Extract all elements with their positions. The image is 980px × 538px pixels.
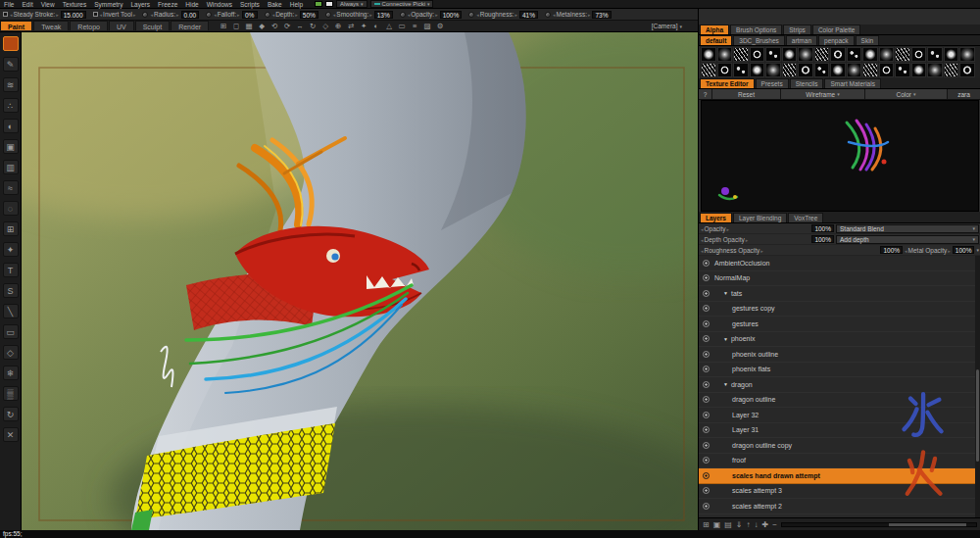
mode-tab-sculpt[interactable]: Sculpt	[135, 21, 170, 30]
gradient-tool[interactable]: ▥	[3, 160, 19, 174]
dial-icon[interactable]	[400, 12, 406, 18]
brush-set-tab-artman[interactable]: artman	[786, 35, 817, 45]
delete-layer-icon[interactable]: −	[772, 518, 777, 531]
mirror-icon[interactable]: ⇄	[346, 21, 356, 32]
param-value[interactable]: 15.000	[61, 11, 86, 19]
menu-item-layers[interactable]: Layers	[127, 0, 155, 9]
symmetry-icon[interactable]: ⊞	[219, 21, 228, 32]
param-metalness[interactable]: Metalness:73%	[545, 11, 611, 19]
brush-alpha-tile[interactable]	[895, 63, 910, 77]
brush-alpha-tile[interactable]	[944, 47, 959, 62]
wireframe-dropdown[interactable]: Wireframe ▾	[781, 89, 865, 99]
brush-alpha-tile[interactable]	[798, 47, 813, 62]
picker-dropdown[interactable]: Connective Picki ▾	[370, 0, 434, 8]
brush-set-tab-skin[interactable]: Skin	[856, 35, 880, 45]
checkbox-icon[interactable]	[3, 12, 8, 17]
param-invert-tool[interactable]: Invert Tool	[93, 11, 136, 18]
rotate-icon[interactable]: ↻	[308, 21, 318, 32]
dial-icon[interactable]	[142, 12, 148, 18]
layer-row-gestures-copy[interactable]: gestures copy	[699, 302, 976, 318]
param-value[interactable]: 13%	[374, 11, 393, 19]
dial-icon[interactable]	[468, 12, 474, 18]
mode-tab-tweak[interactable]: Tweak	[33, 21, 69, 30]
texture-tab-presets[interactable]: Presets	[756, 78, 789, 88]
perspective-icon[interactable]: △	[384, 21, 394, 32]
panel-tab-alpha[interactable]: Alpha	[700, 24, 729, 34]
brush-alpha-tile[interactable]	[733, 63, 749, 77]
visibility-eye-icon[interactable]	[703, 305, 710, 312]
layer-row-dragon-outline[interactable]: dragon outline	[699, 393, 976, 409]
brush-alpha-tile[interactable]	[862, 63, 878, 77]
brush-alpha-tile[interactable]	[765, 63, 781, 77]
param-roughness[interactable]: Roughness:41%	[468, 11, 538, 19]
visibility-eye-icon[interactable]	[703, 442, 710, 449]
brush-alpha-tile[interactable]	[830, 63, 846, 77]
roughness-opacity-value[interactable]: 100%	[880, 246, 903, 254]
folder-collapse-icon[interactable]: ▼	[723, 290, 728, 296]
merge-down-icon[interactable]: ⇓	[736, 518, 743, 531]
brush-alpha-tile[interactable]	[944, 63, 959, 77]
mode-tab-render[interactable]: Render	[171, 21, 209, 30]
menu-item-scripts[interactable]: Scripts	[236, 0, 264, 9]
ruler-icon[interactable]: ≡	[410, 21, 419, 32]
visibility-eye-icon[interactable]	[703, 381, 710, 388]
always-dropdown[interactable]: Always ▾	[336, 0, 368, 8]
brush-set-tab-3dc-brushes[interactable]: 3DC_Brushes	[733, 35, 784, 45]
visibility-eye-icon[interactable]	[703, 426, 710, 433]
param-opacity[interactable]: Opacity:100%	[400, 11, 463, 19]
layer-tab-layers[interactable]: Layers	[700, 213, 732, 222]
add-icon[interactable]: ✚	[762, 518, 769, 531]
stamp-tool[interactable]: ✦	[3, 242, 19, 257]
brush-tool[interactable]: ✎	[3, 57, 19, 72]
blur-tool[interactable]: ◌	[3, 201, 19, 216]
menu-item-freeze[interactable]: Freeze	[154, 0, 181, 9]
layer-row-layer-32[interactable]: Layer 32	[699, 408, 976, 423]
param-falloff[interactable]: Falloff:0%	[206, 11, 257, 19]
duplicate-layer-icon[interactable]: ▣	[713, 518, 721, 531]
mode-tab-paint[interactable]: Paint	[0, 21, 32, 30]
reset-button[interactable]: Reset	[712, 89, 781, 99]
layer-row-layer-31[interactable]: Layer 31	[699, 423, 976, 439]
visibility-eye-icon[interactable]	[703, 412, 710, 418]
texture-editor-view[interactable]	[701, 100, 979, 212]
menu-item-help[interactable]: Help	[286, 0, 307, 9]
dial-icon[interactable]	[206, 12, 212, 18]
brush-alpha-tile[interactable]	[750, 63, 765, 77]
panel-tab-brush-options[interactable]: Brush Options	[730, 24, 782, 34]
background-icon[interactable]: ▨	[422, 21, 432, 32]
param-value[interactable]: 100%	[440, 11, 463, 19]
eraser-tool[interactable]: ✕	[3, 427, 19, 442]
dial-icon[interactable]	[325, 12, 331, 18]
visibility-eye-icon[interactable]	[703, 320, 710, 327]
param-depth[interactable]: Depth:50%	[265, 11, 318, 19]
brush-set-tab-default[interactable]: default	[700, 35, 732, 45]
brush-alpha-tile[interactable]	[782, 47, 798, 62]
brush-alpha-tile[interactable]	[895, 47, 910, 62]
text-tool[interactable]: T	[3, 263, 19, 277]
curve-tool[interactable]: S	[3, 283, 19, 298]
hide-tool[interactable]: ▒	[3, 386, 19, 401]
brush-alpha-tile[interactable]	[959, 63, 975, 77]
help-icon[interactable]: ?	[699, 89, 712, 99]
depth-blend-dropdown[interactable]: Add depth ▾	[836, 235, 979, 244]
mode-tab-retopo[interactable]: Retopo	[70, 21, 108, 30]
param-steady-stroke[interactable]: Steady Stroke:15.000	[3, 11, 86, 19]
brush-alpha-tile[interactable]	[911, 47, 927, 62]
secondary-color-swatch[interactable]	[325, 1, 333, 7]
param-smoothing[interactable]: Smoothing:13%	[325, 11, 393, 19]
brush-alpha-tile[interactable]	[798, 63, 813, 77]
shading-mode-icon[interactable]: ◐	[371, 21, 381, 32]
shade-tool[interactable]: ◐	[3, 119, 19, 133]
param-value[interactable]: 0.00	[181, 11, 200, 19]
layer-row-tats[interactable]: ▼tats	[699, 286, 976, 302]
visibility-eye-icon[interactable]	[703, 503, 710, 510]
new-layer-icon[interactable]: ⊞	[703, 518, 710, 531]
move-icon[interactable]: ↔	[295, 21, 305, 32]
visibility-eye-icon[interactable]	[703, 396, 710, 403]
scrollbar-thumb[interactable]	[889, 523, 966, 526]
visibility-eye-icon[interactable]	[703, 260, 710, 267]
frame-icon[interactable]: ▭	[397, 21, 407, 32]
brush-alpha-tile[interactable]	[879, 47, 895, 62]
menu-item-bake[interactable]: Bake	[264, 0, 286, 9]
brush-alpha-tile[interactable]	[765, 47, 781, 62]
